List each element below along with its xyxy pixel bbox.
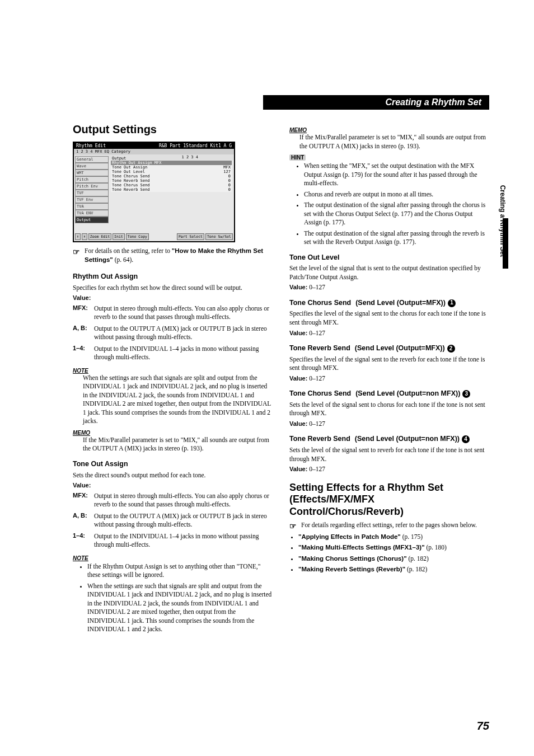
output-settings-heading: Output Settings — [73, 123, 273, 136]
param-desc: Specifies the level of the signal sent t… — [289, 355, 489, 373]
note-bullets: If the Rhythm Output Assign is set to an… — [78, 562, 273, 634]
screenshot-bottom-buttons: ⬆ ⬇ Zoom Edit Init Tone Copy Part Select… — [75, 233, 233, 240]
number-badge-icon: 2 — [447, 345, 455, 353]
sb-item-active: Output — [75, 217, 109, 223]
hint-icon: HINT — [289, 154, 306, 161]
value-label: Value: — [73, 482, 91, 489]
device-screenshot: Rhythm Edit R&B Part 1Standard Kit1 A G … — [73, 142, 235, 242]
hint-bullet: The output destination of the signal aft… — [304, 201, 489, 227]
tone-reverb-send-non-heading: Tone Reverb Send (Send Level (Output=non… — [289, 435, 489, 444]
def-row: MFX:Output in stereo through multi-effec… — [73, 492, 273, 511]
page-header-title: Creating a Rhythm Set — [385, 97, 481, 107]
screenshot-title-right: R&B Part 1Standard Kit1 A G — [159, 143, 232, 148]
bt: Tone Copy — [126, 233, 149, 240]
pointer-icon: ☞ — [73, 247, 80, 256]
reference-note: ☞ For details regarding effect settings,… — [289, 521, 489, 532]
lcd-row: Tone Chorus Send0 — [111, 183, 232, 187]
lcd-group: Rhythm Out Assign MFX — [111, 161, 232, 165]
hint-block: HINT — [289, 154, 489, 161]
sb-item: TVA — [75, 203, 109, 210]
hint-bullet: Chorus and reverb are output in mono at … — [304, 190, 489, 199]
effects-links: "Applying Effects in Patch Mode" (p. 175… — [289, 533, 489, 574]
page-number: 75 — [477, 720, 489, 732]
effects-link: "Making Chorus Settings (Chorus)" (p. 18… — [298, 555, 489, 564]
sb-item: TVF Env — [75, 196, 109, 203]
value-line: Value: 0–127 — [289, 329, 489, 338]
tone-reverb-send-mfx-heading: Tone Reverb Send (Send Level (Output=MFX… — [289, 344, 489, 353]
lcd-header: Output — [111, 156, 232, 161]
param-desc: Specifies the level of the signal sent t… — [289, 309, 489, 327]
effects-link: "Applying Effects in Patch Mode" (p. 175… — [298, 533, 489, 542]
bt: Tone Sw/Sel — [205, 233, 233, 240]
screenshot-titlebar: Rhythm Edit R&B Part 1Standard Kit1 A G — [74, 143, 234, 149]
note-block: NOTE — [73, 367, 273, 374]
screenshot-title-left: Rhythm Edit — [76, 143, 106, 148]
number-badge-icon: 4 — [462, 435, 470, 443]
def-row: MFX:Output in stereo through multi-effec… — [73, 304, 273, 323]
lcd-row: Tone Reverb Send0 — [111, 179, 232, 183]
param-desc: Sets the level of the signal sent to cho… — [289, 401, 489, 418]
bt-spacer — [150, 233, 176, 240]
tone-chorus-send-mfx-heading: Tone Chorus Send (Send Level (Output=MFX… — [289, 299, 489, 308]
screenshot-sidebar: General Wave WMT Pitch Pitch Env TVF TVF… — [75, 156, 109, 230]
tone-out-level-desc: Set the level of the signal that is sent… — [289, 264, 489, 281]
effects-link: "Making Reverb Settings (Reverb)" (p. 18… — [298, 565, 489, 574]
note-text: When the settings are such that signals … — [83, 374, 273, 426]
reference-note: ☞ For details on the setting, refer to "… — [73, 247, 273, 266]
screenshot-tabs: 1 2 3 4 MFX EQ Category — [74, 149, 234, 154]
memo-icon: MEMO — [73, 430, 90, 436]
def-row: A, B:Output to the OUTPUT A (MIX) jack o… — [73, 512, 273, 531]
note-icon: NOTE — [73, 555, 88, 561]
bt: ⬆ — [75, 233, 81, 240]
sb-item: General — [75, 156, 109, 163]
left-column: Output Settings Rhythm Edit R&B Part 1St… — [73, 123, 273, 637]
value-line: Value: 0–127 — [289, 283, 489, 292]
def-row: 1–4:Output to the INDIVIDUAL 1–4 jacks i… — [73, 345, 273, 364]
content-columns: Output Settings Rhythm Edit R&B Part 1St… — [73, 123, 489, 637]
def-row: A, B:Output to the OUTPUT A (MIX) jack o… — [73, 325, 273, 344]
tone-out-assign-heading: Tone Out Assign — [73, 460, 273, 469]
sb-item: TVA ENV — [75, 210, 109, 217]
tone-out-assign-desc: Sets the direct sound's output method fo… — [73, 471, 273, 480]
sb-item: WMT — [75, 170, 109, 176]
reference-text: For details on the setting, refer to "Ho… — [85, 247, 273, 264]
bt: ⬇ — [82, 233, 87, 240]
bt: Init — [113, 233, 125, 240]
memo-block: MEMO — [289, 126, 489, 133]
sb-item: Pitch — [75, 176, 109, 183]
param-desc: Sets the level of the signal sent to rev… — [289, 446, 489, 463]
memo-text: If the Mix/Parallel parameter is set to … — [299, 133, 489, 151]
def-row: 1–4:Output to the INDIVIDUAL 1–4 jacks i… — [73, 532, 273, 551]
memo-text: If the Mix/Parallel parameter is set to … — [83, 436, 273, 453]
sb-item: TVF — [75, 190, 109, 196]
note-block: NOTE — [73, 555, 273, 561]
value-line: Value: 0–127 — [289, 420, 489, 429]
note-bullet: If the Rhythm Output Assign is set to an… — [87, 562, 273, 580]
memo-icon: MEMO — [289, 127, 307, 133]
pointer-icon: ☞ — [289, 522, 297, 530]
tone-chorus-send-non-heading: Tone Chorus Send (Send Level (Output=non… — [289, 389, 489, 398]
sb-item: Pitch Env — [75, 183, 109, 190]
number-badge-icon: 3 — [462, 390, 470, 398]
value-line: Value: 0–127 — [289, 374, 489, 383]
note-icon: NOTE — [73, 368, 88, 374]
hint-bullet: The output destination of the signal aft… — [304, 229, 489, 247]
hint-bullet: When setting the "MFX," set the output d… — [304, 162, 489, 188]
setting-effects-heading: Setting Effects for a Rhythm Set (Effect… — [289, 482, 489, 518]
rhythm-out-assign-desc: Specifies for each rhythm set how the di… — [73, 284, 273, 293]
reference-text: For details regarding effect settings, r… — [301, 521, 489, 530]
number-badge-icon: 1 — [448, 299, 456, 307]
bt: Zoom Edit — [88, 233, 111, 240]
lcd-row: Tone Out Level127 — [111, 170, 232, 174]
rhythm-out-assign-heading: Rhythm Out Assign — [73, 273, 273, 281]
tone-out-level-heading: Tone Out Level — [289, 253, 489, 262]
screenshot-main: Output Rhythm Out Assign MFX Tone Out As… — [111, 156, 232, 192]
lcd-row: Tone Out AssignMFX — [111, 165, 232, 170]
memo-block: MEMO — [73, 429, 273, 436]
note-bullet: When the settings are such that signals … — [87, 582, 273, 634]
bt: Part Select — [177, 233, 204, 240]
value-label: Value: — [73, 294, 91, 301]
lcd-row: Tone Chorus Send0 — [111, 174, 232, 179]
page-header: Creating a Rhythm Set — [263, 95, 489, 110]
sb-item: Wave — [75, 163, 109, 170]
